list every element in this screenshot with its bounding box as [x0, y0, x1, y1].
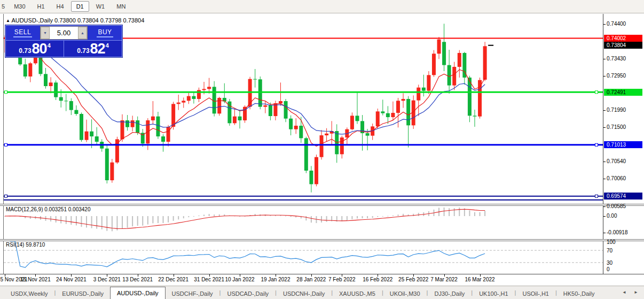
symbol-ohlc: 0.73800 0.73804 0.73798 0.73804	[54, 17, 144, 24]
buy-price-pip: 4	[106, 42, 109, 49]
symbol-tab-usdx[interactable]: USDX,Weekly	[4, 288, 54, 299]
sell-button[interactable]: SELL	[6, 26, 40, 40]
date-tick-label: 28 Jan 2022	[296, 277, 326, 282]
volume-increase-button[interactable]: ▲	[78, 27, 87, 39]
price-badge: 0.69574	[604, 193, 642, 200]
symbol-tab-usdchf[interactable]: USDCHF-,Daily	[166, 288, 219, 299]
period-button-d1[interactable]: D1	[71, 1, 89, 12]
date-tick-label: 19 Jan 2022	[261, 277, 290, 282]
rsi-tick-label: 30	[607, 260, 612, 266]
buy-button-label: BUY	[97, 28, 113, 37]
sell-price-big: 80	[32, 42, 47, 56]
tab-scroll-arrows[interactable]: ◄ ►	[622, 290, 641, 295]
date-axis[interactable]: 5 Nov 202115 Nov 202124 Nov 20213 Dec 20…	[0, 274, 644, 286]
date-tick-mark	[413, 274, 414, 277]
pane-left-border	[3, 14, 4, 274]
date-tick-mark	[71, 274, 72, 277]
date-tick-label: 13 Dec 2021	[122, 277, 153, 282]
date-tick-label: 25 Feb 2022	[398, 277, 428, 282]
date-tick-label: 15 Nov 2021	[20, 277, 51, 282]
period-button-m30[interactable]: M30	[9, 1, 30, 12]
price-tick-mark	[603, 179, 606, 179]
date-tick-mark	[276, 274, 276, 277]
price-tick-mark	[603, 110, 606, 111]
chart-window: ▲ AUDUSD-,Daily 0.73800 0.73804 0.73798 …	[0, 14, 644, 286]
macd-tick-label: 0.00585	[607, 203, 626, 209]
date-tick-mark	[107, 274, 107, 277]
date-tick-label: 31 Dec 2021	[194, 277, 224, 282]
date-tick-mark	[209, 274, 210, 277]
period-button-w1[interactable]: W1	[91, 1, 110, 12]
date-tick-mark	[5, 274, 5, 277]
symbol-tab-usdcnh[interactable]: USDCNH-,Daily	[277, 288, 331, 299]
date-tick-mark	[138, 274, 138, 277]
macd-indicator-label: MACD(12,26,9) 0.003251 0.003420	[6, 206, 90, 212]
price-tick-label: 0.71500	[607, 124, 626, 130]
price-tick-mark	[603, 76, 606, 76]
date-tick-label: 7 Feb 2022	[328, 277, 356, 282]
rsi-indicator-label: RSI(14) 59.8710	[6, 242, 45, 248]
symbol-tab-hk50[interactable]: HK50-,Daily	[557, 288, 601, 299]
sell-price-display[interactable]: 0.73 80 4	[6, 41, 64, 57]
symbol-tab-uk100[interactable]: UK100-,H1	[473, 288, 514, 299]
period-button-h4[interactable]: H4	[52, 1, 69, 12]
buy-button[interactable]: BUY	[88, 26, 122, 40]
price-tick-label: 0.73430	[607, 56, 626, 62]
price-tick-label: 0.74400	[607, 21, 626, 27]
price-tick-mark	[603, 127, 606, 128]
symbol-tab-xauusd[interactable]: XAUUSD-,M5	[333, 288, 382, 299]
volume-stepper: ▼ ▲	[40, 26, 88, 40]
symbol-tab-usdcad[interactable]: USDCAD-,Daily	[221, 288, 275, 299]
price-badge: 0.73804	[604, 42, 642, 49]
timeframe-toolbar: 5M30H1H4D1W1MN	[0, 0, 644, 13]
volume-input[interactable]	[50, 27, 78, 39]
date-tick-label: 24 Nov 2021	[56, 277, 87, 282]
chart-symbol-title: ▲ AUDUSD-,Daily 0.73800 0.73804 0.73798 …	[6, 17, 144, 24]
price-tick-mark	[603, 24, 606, 25]
period-button-5[interactable]: 5	[1, 1, 7, 12]
macd-pane-splitter[interactable]	[0, 204, 644, 206]
macd-tick-label: 0.00	[607, 213, 617, 219]
sell-button-label: SELL	[13, 28, 32, 37]
price-tick-label: 0.71990	[607, 107, 626, 113]
volume-decrease-button[interactable]: ▼	[41, 27, 50, 39]
symbol-tabbar: USDX,Weekly|EURUSD-,DailyAUDUSD-,DailyUS…	[0, 286, 644, 299]
price-tick-label: 0.70060	[607, 175, 626, 181]
buy-price-big: 82	[90, 42, 105, 56]
symbol-tab-eurusd[interactable]: EURUSD-,Daily	[56, 288, 110, 299]
rsi-tick-label: 70	[607, 248, 612, 254]
mt4-terminal: { "toolbar": { "periods": [ {"label": "5…	[0, 0, 644, 299]
price-tick-label: 0.72950	[607, 73, 626, 79]
symbol-marker-icon: ▲	[6, 18, 10, 23]
macd-tick-mark	[603, 206, 606, 207]
price-tick-mark	[603, 59, 606, 59]
date-tick-mark	[174, 274, 174, 277]
one-click-trading-panel: SELL ▼ ▲ BUY 0.73 80 4 0.73 82 4	[5, 25, 122, 57]
rsi-pane	[4, 241, 603, 267]
date-tick-mark	[342, 274, 342, 277]
date-tick-mark	[311, 274, 312, 277]
buy-price-prefix: 0.73	[77, 47, 89, 55]
macd-tick-label: -0.00918	[607, 229, 627, 235]
buy-price-display[interactable]: 0.73 82 4	[64, 41, 122, 57]
date-tick-label: 16 Feb 2022	[363, 277, 392, 282]
price-badge: 0.71013	[604, 141, 642, 148]
rsi-tick-label: 0	[607, 266, 610, 272]
symbol-name: AUDUSD-,Daily	[11, 17, 53, 24]
price-tick-label: 0.70540	[607, 158, 626, 164]
date-tick-label: 10 Jan 2022	[225, 277, 254, 282]
price-tick-mark	[603, 162, 606, 162]
date-tick-mark	[480, 274, 481, 277]
date-tick-label: 16 Mar 2022	[465, 277, 494, 282]
sell-price-prefix: 0.73	[19, 47, 31, 55]
symbol-tab-usoil[interactable]: USOil-,H1	[516, 288, 555, 299]
rsi-pane-splitter[interactable]	[0, 239, 644, 241]
symbol-tab-ukoil[interactable]: UKOil-,M30	[383, 288, 427, 299]
rsi-tick-label: 100	[607, 239, 616, 245]
period-button-mn[interactable]: MN	[112, 1, 130, 12]
period-button-h1[interactable]: H1	[33, 1, 50, 12]
macd-tick-mark	[603, 233, 606, 233]
date-tick-label: 22 Dec 2021	[158, 277, 189, 282]
symbol-tab-audusd[interactable]: AUDUSD-,Daily	[110, 287, 166, 299]
symbol-tab-dj30[interactable]: DJ30-,Daily	[428, 288, 471, 299]
